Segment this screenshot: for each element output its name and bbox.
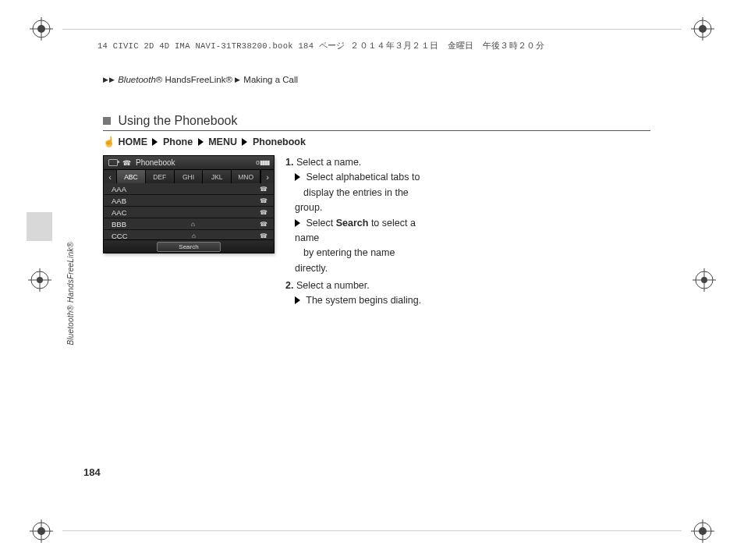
section: Using the Phonebook ☝ HOME Phone MENU Ph… (103, 114, 650, 311)
step-text: Select a name. (296, 157, 361, 168)
shot-footer: Search (104, 239, 274, 253)
phonebook-entry[interactable]: CCC⌂☎ (104, 230, 274, 239)
registration-mark-icon (691, 519, 714, 543)
triangle-icon (198, 138, 204, 146)
page-number: 184 (83, 466, 101, 478)
signal-indicator: 0 ▮▮▮▮ (256, 159, 269, 166)
alpha-tab[interactable]: JKL (203, 170, 232, 183)
registration-mark-icon (693, 268, 716, 292)
phonebook-list: AAA☎ AAB☎ AAC☎ BBB⌂☎ CCC⌂☎ (104, 183, 274, 239)
nav-path-item: MENU (208, 136, 237, 147)
triangle-icon: ▶ (235, 76, 240, 83)
shot-header: ☎ Phonebook 0 ▮▮▮▮ (104, 156, 274, 170)
mobile-icon: ☎ (260, 209, 267, 216)
registration-mark-icon (28, 268, 51, 292)
crop-rule (62, 29, 682, 30)
bookline: 14 CIVIC 2D 4D IMA NAVI-31TR38200.book 1… (97, 41, 643, 51)
battery-icon (108, 159, 118, 166)
mobile-icon: ☎ (260, 221, 267, 228)
triangle-icon (295, 296, 300, 304)
tabs-left-button[interactable]: ‹ (104, 170, 117, 183)
step-sub: The system begins dialing. (285, 293, 430, 308)
step-sub: Select Search to select a name by enteri… (285, 216, 430, 277)
mobile-icon: ☎ (260, 197, 267, 204)
step: 1. Select a name. Select alphabetical ta… (285, 155, 430, 276)
step-number: 1. (285, 157, 293, 168)
triangle-icon (242, 138, 247, 146)
step: 2. Select a number. The system begins di… (285, 278, 430, 309)
instruction-steps: 1. Select a name. Select alphabetical ta… (285, 155, 430, 311)
triangle-icon: ▶ (109, 76, 115, 83)
hand-icon: ☝ (103, 136, 112, 147)
crop-rule (62, 530, 682, 531)
triangle-icon (152, 138, 158, 146)
phonebook-entry[interactable]: AAC☎ (104, 207, 274, 218)
breadcrumb-segment: Making a Call (243, 75, 298, 84)
nav-path-item: HOME (118, 136, 147, 147)
step-sub: Select alphabetical tabs to display the … (285, 170, 430, 215)
registration-mark-icon (30, 17, 53, 41)
page-tab-stub (27, 212, 52, 241)
registration-mark-icon (691, 17, 714, 41)
nav-path: ☝ HOME Phone MENU Phonebook (103, 136, 650, 147)
alpha-tabs: ‹ ABC DEF GHI JKL MNO › (104, 170, 274, 183)
breadcrumb-segment: Bluetooth (118, 75, 156, 84)
phone-icon: ☎ (122, 159, 131, 167)
triangle-icon (295, 173, 300, 181)
side-label: Bluetooth® HandsFreeLink® (66, 242, 75, 346)
page: 14 CIVIC 2D 4D IMA NAVI-31TR38200.book 1… (0, 0, 744, 560)
home-icon: ⌂ (191, 221, 195, 228)
search-button[interactable]: Search (157, 242, 221, 252)
phonebook-entry[interactable]: AAA☎ (104, 183, 274, 195)
alpha-tab[interactable]: MNO (232, 170, 260, 183)
triangle-icon (295, 219, 300, 227)
phonebook-entry[interactable]: AAB☎ (104, 195, 274, 207)
nav-path-item: Phone (163, 136, 193, 147)
mobile-icon: ☎ (260, 232, 267, 239)
shot-title: Phonebook (136, 158, 175, 167)
square-bullet-icon (103, 117, 111, 125)
infotainment-screenshot: ☎ Phonebook 0 ▮▮▮▮ ‹ ABC DEF GHI JKL MNO… (103, 155, 275, 253)
breadcrumb-segment: ® HandsFreeLink® (156, 75, 232, 84)
step-number: 2. (285, 280, 293, 291)
tabs-right-button[interactable]: › (260, 170, 274, 183)
section-title-text: Using the Phonebook (118, 114, 237, 127)
alpha-tab[interactable]: DEF (146, 170, 175, 183)
breadcrumb: ▶▶ Bluetooth® HandsFreeLink® ▶ Making a … (103, 75, 298, 84)
alpha-tab[interactable]: GHI (175, 170, 204, 183)
registration-mark-icon (30, 519, 53, 543)
step-text: Select a number. (296, 280, 370, 291)
section-heading: Using the Phonebook (103, 114, 650, 131)
mobile-icon: ☎ (260, 186, 267, 193)
nav-path-item: Phonebook (253, 136, 306, 147)
triangle-icon: ▶ (103, 76, 108, 83)
home-icon: ⌂ (192, 232, 196, 239)
phonebook-entry[interactable]: BBB⌂☎ (104, 218, 274, 230)
alpha-tab[interactable]: ABC (117, 170, 146, 183)
